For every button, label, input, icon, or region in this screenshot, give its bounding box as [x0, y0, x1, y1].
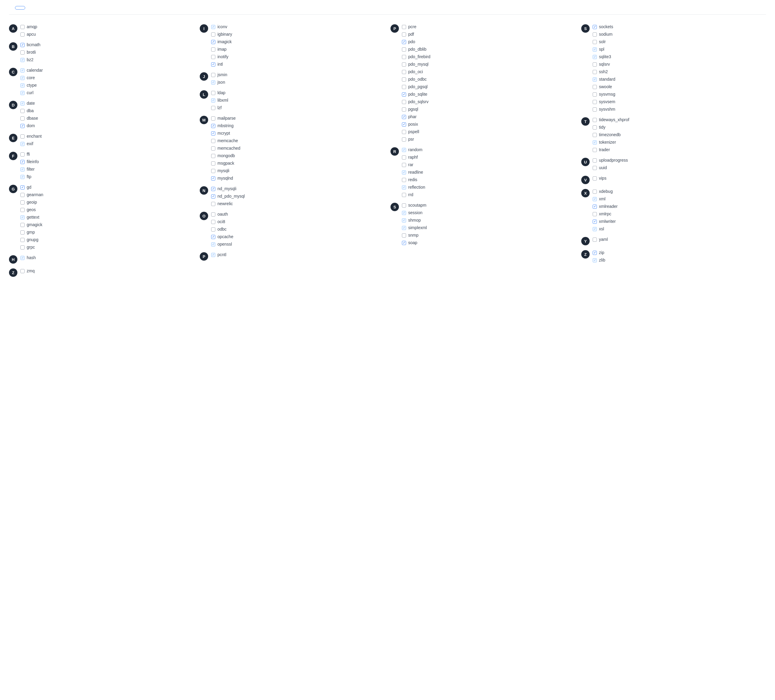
- checkbox-filter[interactable]: [20, 167, 25, 171]
- ext-item-raphf[interactable]: raphf: [402, 154, 425, 160]
- checkbox-ldap[interactable]: [211, 91, 215, 95]
- ext-item-hash[interactable]: hash: [20, 254, 36, 261]
- checkbox-tokenizer[interactable]: [593, 140, 597, 145]
- ext-item-phar[interactable]: phar: [402, 114, 431, 120]
- ext-item-mbstring[interactable]: mbstring: [211, 123, 240, 129]
- ext-item-jsmin[interactable]: jsmin: [211, 71, 227, 78]
- checkbox-shmop[interactable]: [402, 218, 406, 223]
- ext-item-random[interactable]: random: [402, 147, 425, 153]
- checkbox-swoole[interactable]: [593, 85, 597, 89]
- checkbox-apcu[interactable]: [20, 32, 25, 37]
- ext-item-gd[interactable]: gd: [20, 184, 43, 190]
- checkbox-dom[interactable]: [20, 124, 25, 128]
- checkbox-solr[interactable]: [593, 40, 597, 44]
- checkbox-msgpack[interactable]: [211, 161, 215, 166]
- checkbox-jsmin[interactable]: [211, 73, 215, 77]
- ext-item-oauth[interactable]: oauth: [211, 211, 233, 218]
- ext-item-ssh2[interactable]: ssh2: [593, 69, 615, 75]
- ext-item-pdo_firebird[interactable]: pdo_firebird: [402, 54, 431, 60]
- checkbox-iconv[interactable]: [211, 25, 215, 29]
- checkbox-brotli[interactable]: [20, 50, 25, 55]
- checkbox-snmp[interactable]: [402, 233, 406, 238]
- ext-item-geos[interactable]: geos: [20, 207, 43, 213]
- ext-item-dba[interactable]: dba: [20, 108, 38, 114]
- checkbox-dbase[interactable]: [20, 116, 25, 121]
- ext-item-curl[interactable]: curl: [20, 90, 43, 96]
- checkbox-sockets[interactable]: [593, 25, 597, 29]
- ext-item-inotify[interactable]: inotify: [211, 54, 232, 60]
- ext-item-readline[interactable]: readline: [402, 169, 425, 175]
- checkbox-exif[interactable]: [20, 142, 25, 146]
- checkbox-pdo_oci[interactable]: [402, 70, 406, 74]
- checkbox-pdo_mysql[interactable]: [402, 62, 406, 67]
- ext-item-ffi[interactable]: ffi: [20, 151, 39, 158]
- checkbox-memcache[interactable]: [211, 139, 215, 143]
- ext-item-ftp[interactable]: ftp: [20, 174, 39, 180]
- checkbox-phar[interactable]: [402, 115, 406, 119]
- ext-item-gettext[interactable]: gettext: [20, 214, 43, 220]
- ext-item-pdo_pgsql[interactable]: pdo_pgsql: [402, 84, 431, 90]
- ext-item-redis[interactable]: redis: [402, 177, 425, 183]
- ext-item-tokenizer[interactable]: tokenizer: [593, 139, 629, 145]
- checkbox-pdf[interactable]: [402, 32, 406, 37]
- ext-item-vips[interactable]: vips: [593, 175, 607, 181]
- checkbox-gnupg[interactable]: [20, 238, 25, 242]
- ext-item-dom[interactable]: dom: [20, 123, 38, 129]
- checkbox-hash[interactable]: [20, 256, 25, 260]
- ext-item-memcached[interactable]: memcached: [211, 145, 240, 151]
- checkbox-bz2[interactable]: [20, 58, 25, 62]
- ext-item-openssl[interactable]: openssl: [211, 241, 233, 248]
- checkbox-pdo_odbc[interactable]: [402, 77, 406, 81]
- checkbox-opcache[interactable]: [211, 235, 215, 239]
- ext-item-gmagick[interactable]: gmagick: [20, 222, 43, 228]
- checkbox-scoutapm[interactable]: [402, 203, 406, 208]
- checkbox-dba[interactable]: [20, 109, 25, 113]
- checkbox-sysvsem[interactable]: [593, 100, 597, 104]
- ext-item-posix[interactable]: posix: [402, 121, 431, 128]
- checkbox-tideways_xhprof[interactable]: [593, 118, 597, 122]
- ext-item-zlib[interactable]: zlib: [593, 257, 605, 263]
- ext-item-mysqli[interactable]: mysqli: [211, 168, 240, 174]
- ext-item-zmq[interactable]: zmq: [20, 268, 35, 274]
- checkbox-sysvmsg[interactable]: [593, 92, 597, 96]
- checkbox-psr[interactable]: [402, 137, 406, 141]
- ext-item-snmp[interactable]: snmp: [402, 232, 427, 238]
- ext-item-core[interactable]: core: [20, 75, 43, 81]
- checkbox-date[interactable]: [20, 101, 25, 106]
- checkbox-mysqli[interactable]: [211, 169, 215, 173]
- checkbox-curl[interactable]: [20, 91, 25, 95]
- checkbox-libxml[interactable]: [211, 98, 215, 103]
- checkbox-gmp[interactable]: [20, 230, 25, 234]
- ext-item-lzf[interactable]: lzf: [211, 105, 228, 111]
- checkbox-imap[interactable]: [211, 47, 215, 52]
- ext-item-soap[interactable]: soap: [402, 239, 427, 246]
- ext-item-json[interactable]: json: [211, 79, 227, 85]
- ext-item-gmp[interactable]: gmp: [20, 229, 43, 235]
- checkbox-zlib[interactable]: [593, 258, 597, 263]
- checkbox-standard[interactable]: [593, 77, 597, 81]
- checkbox-mysqlnd[interactable]: [211, 176, 215, 181]
- checkbox-rrd[interactable]: [402, 193, 406, 197]
- checkbox-fileinfo[interactable]: [20, 160, 25, 164]
- ext-item-uuid[interactable]: uuid: [593, 165, 628, 171]
- checkbox-bcmath[interactable]: [20, 43, 25, 47]
- ext-item-mysqlnd[interactable]: mysqlnd: [211, 175, 240, 181]
- ext-item-gearman[interactable]: gearman: [20, 192, 43, 198]
- checkbox-xml[interactable]: [593, 197, 597, 201]
- checkbox-pdo_sqlsrv[interactable]: [402, 100, 406, 104]
- checkbox-oci8[interactable]: [211, 220, 215, 224]
- checkbox-intl[interactable]: [211, 62, 215, 67]
- checkbox-memcached[interactable]: [211, 146, 215, 151]
- checkbox-xmlwriter[interactable]: [593, 219, 597, 224]
- ext-item-session[interactable]: session: [402, 210, 427, 216]
- ext-item-uploadprogress[interactable]: uploadprogress: [593, 157, 628, 163]
- ext-item-fileinfo[interactable]: fileinfo: [20, 159, 39, 165]
- ext-item-xsl[interactable]: xsl: [593, 226, 617, 232]
- ext-item-newrelic[interactable]: newrelic: [211, 201, 245, 207]
- checkbox-imagick[interactable]: [211, 40, 215, 44]
- ext-item-mcrypt[interactable]: mcrypt: [211, 130, 240, 136]
- checkbox-mongodb[interactable]: [211, 154, 215, 158]
- ext-item-tidy[interactable]: tidy: [593, 124, 629, 130]
- checkbox-soap[interactable]: [402, 241, 406, 245]
- ext-item-libxml[interactable]: libxml: [211, 97, 228, 103]
